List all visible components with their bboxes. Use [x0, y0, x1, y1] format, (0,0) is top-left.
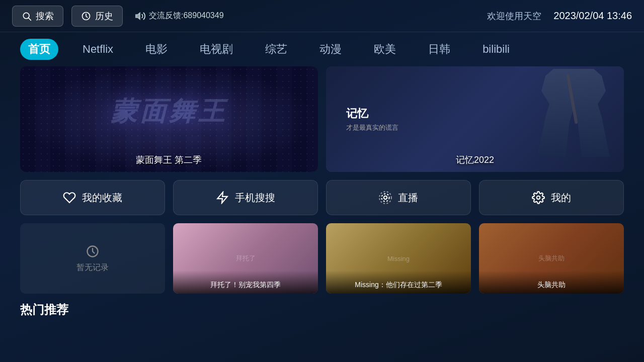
- recent-item-1[interactable]: 拜托了 拜托了！别宠我第四季: [173, 223, 318, 294]
- hero-row: 蒙面舞王 蒙面舞王 第二季 记忆 才是最真实的谎言 记: [20, 66, 624, 172]
- svg-marker-4: [217, 192, 227, 203]
- bolt-icon: [216, 191, 229, 204]
- top-right: 欢迎使用天空 2023/02/04 13:46: [487, 10, 632, 22]
- welcome-text: 欢迎使用天空: [487, 10, 541, 22]
- hero-right-banner[interactable]: 记忆 才是最真实的谎言 记忆2022: [326, 66, 624, 172]
- recent-item-3[interactable]: 头脑共助 头脑共助: [479, 223, 624, 294]
- hero-right-subtitle: 记忆 才是最真实的谎言: [346, 106, 398, 132]
- nav-item-variety[interactable]: 综艺: [257, 39, 295, 60]
- thumb-1-placeholder: 拜托了: [232, 254, 260, 263]
- hero-left-banner[interactable]: 蒙面舞王 蒙面舞王 第二季: [20, 66, 318, 172]
- nav-item-netflix[interactable]: Netflix: [74, 40, 121, 59]
- svg-marker-3: [136, 13, 140, 19]
- hot-section-title: 热门推荐: [20, 302, 624, 318]
- recent-empty: 暂无记录: [20, 223, 165, 294]
- mine-button[interactable]: 我的: [479, 180, 624, 215]
- nav-item-home[interactable]: 首页: [20, 39, 58, 60]
- nav-item-bilibili[interactable]: bilibili: [474, 40, 518, 59]
- thumb-3-placeholder: 头脑共助: [534, 254, 569, 263]
- svg-point-5: [384, 196, 387, 200]
- navigation: 首页 Netflix 电影 电视剧 综艺 动漫 欧美 日韩 bilibili: [0, 32, 644, 66]
- empty-label: 暂无记录: [76, 262, 109, 273]
- hero-right-title: 记忆2022: [326, 154, 624, 166]
- nav-item-tv[interactable]: 电视剧: [192, 39, 241, 60]
- search-icon: [22, 11, 32, 21]
- favorites-label: 我的收藏: [82, 191, 122, 205]
- recent-item-1-label: 拜托了！别宠我第四季: [173, 270, 318, 294]
- recent-item-3-label: 头脑共助: [479, 270, 624, 294]
- hero-right-main-title: 记忆: [346, 106, 398, 121]
- favorites-button[interactable]: 我的收藏: [20, 180, 165, 215]
- mine-label: 我的: [551, 191, 571, 205]
- volume-icon: [135, 11, 146, 22]
- search-label: 搜索: [36, 10, 54, 22]
- mobile-search-label: 手机搜搜: [235, 191, 275, 205]
- live-button[interactable]: 直播: [326, 180, 471, 215]
- hero-right-sub-title: 才是最真实的谎言: [346, 123, 398, 132]
- recent-row: 暂无记录 拜托了 拜托了！别宠我第四季 Missing Missing：他们存在…: [20, 223, 624, 294]
- live-label: 直播: [398, 191, 418, 205]
- history-button[interactable]: 历史: [71, 6, 123, 27]
- volume-area: 交流反馈:689040349: [135, 11, 224, 22]
- datetime-text: 2023/02/04 13:46: [553, 10, 632, 22]
- mobile-search-button[interactable]: 手机搜搜: [173, 180, 318, 215]
- hero-left-title: 蒙面舞王 第二季: [20, 154, 318, 166]
- recent-item-2-label: Missing：他们存在过第二季: [326, 270, 471, 294]
- top-bar: 搜索 历史 交流反馈:689040349 欢迎使用天空 2023/02/04 1…: [0, 0, 644, 32]
- nav-item-movie[interactable]: 电影: [137, 39, 176, 60]
- gear-icon: [532, 191, 545, 204]
- clock-icon: [86, 244, 100, 258]
- nav-item-western[interactable]: 欧美: [366, 39, 404, 60]
- recent-item-2[interactable]: Missing Missing：他们存在过第二季: [326, 223, 471, 294]
- svg-point-6: [381, 194, 389, 201]
- feedback-text: 交流反馈:689040349: [149, 11, 224, 21]
- action-row: 我的收藏 手机搜搜 直播 我的: [20, 180, 624, 215]
- history-icon: [81, 11, 91, 21]
- thumb-2-placeholder: Missing: [383, 255, 414, 262]
- nav-item-korean[interactable]: 日韩: [420, 39, 458, 60]
- svg-point-8: [537, 196, 540, 200]
- broadcast-icon: [379, 191, 392, 204]
- svg-line-1: [29, 18, 31, 20]
- heart-icon: [63, 191, 76, 204]
- nav-item-anime[interactable]: 动漫: [311, 39, 350, 60]
- search-button[interactable]: 搜索: [12, 6, 63, 27]
- history-label: 历史: [95, 10, 113, 22]
- main-content: 蒙面舞王 蒙面舞王 第二季 记忆 才是最真实的谎言 记: [0, 66, 644, 318]
